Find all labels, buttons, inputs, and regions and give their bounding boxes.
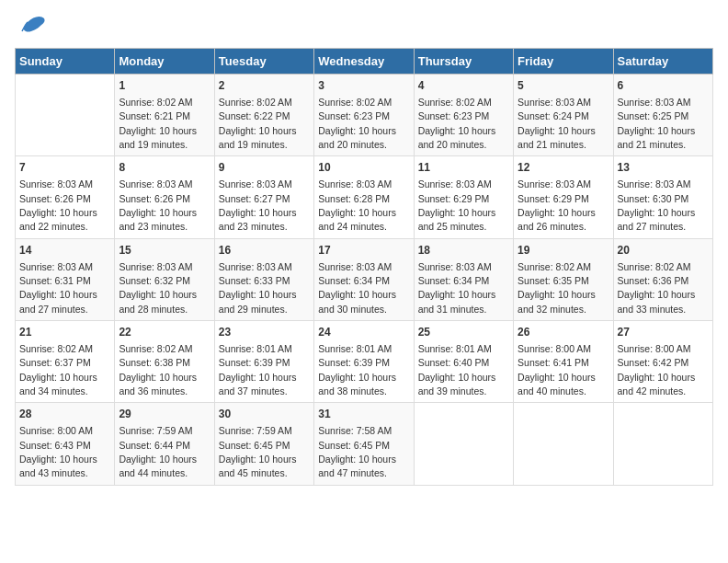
calendar-cell: 24Sunrise: 8:01 AM Sunset: 6:39 PM Dayli… [314, 321, 414, 403]
day-info: Sunrise: 8:01 AM Sunset: 6:40 PM Dayligh… [418, 343, 496, 396]
calendar-cell: 4Sunrise: 8:02 AM Sunset: 6:23 PM Daylig… [414, 75, 513, 156]
day-info: Sunrise: 8:03 AM Sunset: 6:34 PM Dayligh… [418, 261, 496, 315]
day-info: Sunrise: 8:02 AM Sunset: 6:37 PM Dayligh… [19, 343, 97, 396]
day-number: 26 [518, 325, 609, 340]
day-info: Sunrise: 8:03 AM Sunset: 6:24 PM Dayligh… [518, 97, 596, 150]
day-number: 30 [219, 407, 310, 422]
calendar-cell: 12Sunrise: 8:03 AM Sunset: 6:29 PM Dayli… [514, 156, 613, 238]
day-number: 31 [318, 407, 409, 422]
day-info: Sunrise: 8:03 AM Sunset: 6:29 PM Dayligh… [518, 178, 596, 232]
calendar-cell: 25Sunrise: 8:01 AM Sunset: 6:40 PM Dayli… [414, 321, 513, 403]
calendar-cell: 10Sunrise: 8:03 AM Sunset: 6:28 PM Dayli… [314, 156, 414, 238]
header-tuesday: Tuesday [214, 49, 313, 75]
header-wednesday: Wednesday [314, 49, 414, 75]
logo [15, 15, 48, 37]
day-info: Sunrise: 8:03 AM Sunset: 6:31 PM Dayligh… [19, 261, 97, 315]
calendar-cell: 3Sunrise: 8:02 AM Sunset: 6:23 PM Daylig… [314, 75, 414, 156]
day-number: 13 [618, 160, 709, 176]
calendar-cell: 19Sunrise: 8:02 AM Sunset: 6:35 PM Dayli… [514, 238, 613, 320]
day-info: Sunrise: 8:00 AM Sunset: 6:41 PM Dayligh… [518, 343, 596, 396]
day-info: Sunrise: 8:01 AM Sunset: 6:39 PM Dayligh… [219, 343, 297, 396]
day-info: Sunrise: 8:03 AM Sunset: 6:30 PM Dayligh… [618, 178, 696, 232]
day-number: 25 [418, 325, 509, 340]
calendar-week-row: 14Sunrise: 8:03 AM Sunset: 6:31 PM Dayli… [16, 238, 713, 320]
day-info: Sunrise: 8:03 AM Sunset: 6:33 PM Dayligh… [219, 261, 297, 315]
logo-bird-icon [18, 15, 48, 37]
day-number: 2 [219, 78, 310, 94]
day-number: 21 [19, 325, 110, 340]
calendar-table: SundayMondayTuesdayWednesdayThursdayFrid… [15, 48, 713, 486]
calendar-cell: 11Sunrise: 8:03 AM Sunset: 6:29 PM Dayli… [414, 156, 513, 238]
calendar-cell: 17Sunrise: 8:03 AM Sunset: 6:34 PM Dayli… [314, 238, 414, 320]
calendar-cell: 22Sunrise: 8:02 AM Sunset: 6:38 PM Dayli… [115, 321, 214, 403]
day-number: 9 [219, 160, 310, 176]
day-info: Sunrise: 8:02 AM Sunset: 6:23 PM Dayligh… [318, 97, 396, 150]
day-number: 1 [119, 78, 210, 94]
calendar-cell: 27Sunrise: 8:00 AM Sunset: 6:42 PM Dayli… [613, 321, 712, 403]
header-friday: Friday [514, 49, 613, 75]
day-number: 8 [119, 160, 210, 176]
header-thursday: Thursday [414, 49, 513, 75]
day-info: Sunrise: 8:03 AM Sunset: 6:27 PM Dayligh… [219, 178, 297, 232]
header-sunday: Sunday [16, 49, 115, 75]
calendar-cell: 31Sunrise: 7:58 AM Sunset: 6:45 PM Dayli… [314, 403, 414, 485]
calendar-cell: 6Sunrise: 8:03 AM Sunset: 6:25 PM Daylig… [613, 75, 712, 156]
day-number: 7 [19, 160, 110, 176]
day-info: Sunrise: 8:03 AM Sunset: 6:28 PM Dayligh… [318, 178, 396, 232]
calendar-week-row: 28Sunrise: 8:00 AM Sunset: 6:43 PM Dayli… [16, 403, 713, 485]
calendar-cell: 21Sunrise: 8:02 AM Sunset: 6:37 PM Dayli… [16, 321, 115, 403]
day-info: Sunrise: 8:03 AM Sunset: 6:32 PM Dayligh… [119, 261, 197, 315]
day-number: 22 [119, 325, 210, 340]
calendar-cell: 2Sunrise: 8:02 AM Sunset: 6:22 PM Daylig… [214, 75, 313, 156]
day-info: Sunrise: 8:03 AM Sunset: 6:26 PM Dayligh… [119, 178, 197, 232]
day-info: Sunrise: 8:03 AM Sunset: 6:26 PM Dayligh… [19, 178, 97, 232]
calendar-cell [414, 403, 513, 485]
day-info: Sunrise: 7:59 AM Sunset: 6:44 PM Dayligh… [119, 425, 197, 478]
calendar-header-row: SundayMondayTuesdayWednesdayThursdayFrid… [16, 49, 713, 75]
day-number: 5 [518, 78, 609, 94]
calendar-cell: 26Sunrise: 8:00 AM Sunset: 6:41 PM Dayli… [514, 321, 613, 403]
calendar-cell [16, 75, 115, 156]
day-number: 17 [318, 243, 409, 259]
day-number: 12 [518, 160, 609, 176]
day-info: Sunrise: 8:03 AM Sunset: 6:29 PM Dayligh… [418, 178, 496, 232]
day-number: 23 [219, 325, 310, 340]
day-number: 15 [119, 243, 210, 259]
day-number: 6 [618, 78, 709, 94]
day-info: Sunrise: 8:02 AM Sunset: 6:22 PM Dayligh… [219, 97, 297, 150]
day-number: 4 [418, 78, 509, 94]
day-info: Sunrise: 8:01 AM Sunset: 6:39 PM Dayligh… [318, 343, 396, 396]
header-monday: Monday [115, 49, 214, 75]
calendar-cell: 23Sunrise: 8:01 AM Sunset: 6:39 PM Dayli… [214, 321, 313, 403]
day-number: 27 [618, 325, 709, 340]
day-number: 24 [318, 325, 409, 340]
day-info: Sunrise: 8:02 AM Sunset: 6:23 PM Dayligh… [418, 97, 496, 150]
calendar-cell: 18Sunrise: 8:03 AM Sunset: 6:34 PM Dayli… [414, 238, 513, 320]
calendar-cell: 5Sunrise: 8:03 AM Sunset: 6:24 PM Daylig… [514, 75, 613, 156]
header-saturday: Saturday [613, 49, 712, 75]
calendar-cell: 20Sunrise: 8:02 AM Sunset: 6:36 PM Dayli… [613, 238, 712, 320]
calendar-cell [613, 403, 712, 485]
day-number: 3 [318, 78, 409, 94]
day-info: Sunrise: 8:00 AM Sunset: 6:43 PM Dayligh… [19, 425, 97, 478]
calendar-cell: 7Sunrise: 8:03 AM Sunset: 6:26 PM Daylig… [16, 156, 115, 238]
day-info: Sunrise: 8:03 AM Sunset: 6:34 PM Dayligh… [318, 261, 396, 315]
day-info: Sunrise: 8:02 AM Sunset: 6:36 PM Dayligh… [618, 261, 696, 315]
day-number: 29 [119, 407, 210, 422]
day-number: 10 [318, 160, 409, 176]
calendar-cell: 14Sunrise: 8:03 AM Sunset: 6:31 PM Dayli… [16, 238, 115, 320]
calendar-week-row: 21Sunrise: 8:02 AM Sunset: 6:37 PM Dayli… [16, 321, 713, 403]
page-header [15, 15, 713, 37]
day-number: 11 [418, 160, 509, 176]
calendar-week-row: 1Sunrise: 8:02 AM Sunset: 6:21 PM Daylig… [16, 75, 713, 156]
day-info: Sunrise: 8:02 AM Sunset: 6:38 PM Dayligh… [119, 343, 197, 396]
day-number: 14 [19, 243, 110, 259]
calendar-cell: 15Sunrise: 8:03 AM Sunset: 6:32 PM Dayli… [115, 238, 214, 320]
calendar-week-row: 7Sunrise: 8:03 AM Sunset: 6:26 PM Daylig… [16, 156, 713, 238]
calendar-cell: 1Sunrise: 8:02 AM Sunset: 6:21 PM Daylig… [115, 75, 214, 156]
day-info: Sunrise: 7:59 AM Sunset: 6:45 PM Dayligh… [219, 425, 297, 478]
calendar-cell: 8Sunrise: 8:03 AM Sunset: 6:26 PM Daylig… [115, 156, 214, 238]
calendar-cell: 9Sunrise: 8:03 AM Sunset: 6:27 PM Daylig… [214, 156, 313, 238]
day-number: 16 [219, 243, 310, 259]
calendar-cell: 13Sunrise: 8:03 AM Sunset: 6:30 PM Dayli… [613, 156, 712, 238]
